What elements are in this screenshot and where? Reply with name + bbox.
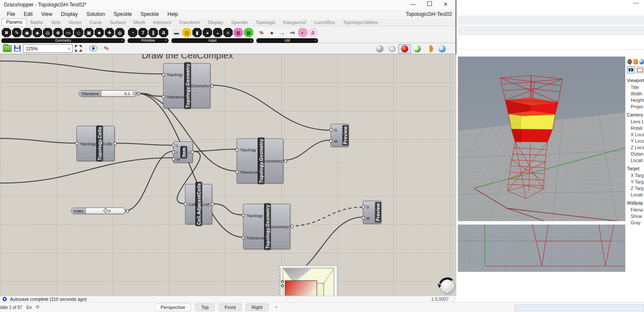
dropdown-dot-icon[interactable]: · — [85, 46, 87, 51]
camera-button[interactable] — [627, 66, 635, 73]
panel-row-rotati[interactable]: Rotati — [626, 125, 644, 131]
param-surface-icon[interactable]: ◍ — [115, 28, 125, 37]
param-boolean-icon[interactable]: ◔ — [128, 28, 137, 37]
input-port-tolerance[interactable]: Tolerance — [246, 236, 264, 240]
group-expand-button[interactable]: + — [165, 38, 167, 43]
tab-topologicutilities[interactable]: TopologicUtilities — [339, 19, 382, 26]
panel-row-y-targ[interactable]: Y Targ — [626, 178, 644, 185]
menu-solution[interactable]: Solution — [82, 11, 109, 17]
tab-surface[interactable]: Surface — [106, 19, 130, 26]
save-file-icon[interactable] — [14, 45, 21, 52]
param-point-icon[interactable]: ◇ — [74, 28, 83, 37]
group-expand-button[interactable]: + — [250, 38, 252, 43]
slider-knob[interactable] — [103, 208, 108, 213]
menu-file[interactable]: File — [3, 11, 19, 17]
boolean-toggle-icon[interactable]: ▮ — [192, 28, 202, 37]
node-topology-geometry[interactable]: TopologyToleranceTopology.GeometryGeomet… — [163, 63, 210, 108]
number-slider-icon[interactable]: ▬ — [172, 28, 181, 37]
panel-row-gray[interactable]: Gray — [626, 219, 644, 226]
galapagos-icon[interactable]: ◐ — [298, 28, 307, 37]
sketch-quill-icon[interactable]: ✎ — [103, 44, 110, 53]
tab-vector[interactable]: Vector — [64, 19, 85, 26]
param-integer-icon[interactable]: 7 — [138, 28, 148, 37]
maximize-button[interactable] — [421, 0, 437, 9]
tab-intersect[interactable]: Intersect — [149, 19, 175, 26]
remote-flask-icon[interactable]: Δ — [308, 28, 318, 37]
knob-icon[interactable]: ◒ — [213, 28, 222, 37]
tab-sets[interactable]: Sets — [47, 19, 64, 26]
color-wheel-icon[interactable] — [627, 59, 632, 64]
menu-speckle[interactable]: Speckle — [109, 11, 137, 17]
viewport-tab-front[interactable]: Front — [219, 303, 242, 311]
tab-kangaroo2[interactable]: Kangaroo2 — [279, 19, 310, 26]
graph-mapper-icon[interactable]: ▨ — [182, 28, 191, 37]
tab-curve[interactable]: Curve — [85, 19, 106, 26]
node-preview[interactable]: GMPreview — [331, 124, 349, 147]
output-port-geometry[interactable]: Geometry — [191, 83, 209, 88]
viewport-tab-perspective[interactable]: Perspective — [155, 303, 191, 311]
group-expand-button[interactable]: + — [121, 38, 123, 43]
front-viewport[interactable] — [458, 224, 626, 272]
tab-params[interactable]: Params — [2, 18, 27, 26]
param-matrix-icon[interactable]: ∥ — [149, 28, 158, 37]
panel-row-width[interactable]: Width — [626, 90, 644, 97]
input-port-topology[interactable]: Topology — [240, 147, 256, 152]
tab-maths[interactable]: Maths — [27, 19, 47, 26]
material-icon[interactable] — [633, 59, 638, 64]
panel-row-locati[interactable]: Locati — [626, 191, 644, 198]
slider-track[interactable]: 0.1 — [101, 91, 136, 96]
panel-row-title[interactable]: Title — [626, 84, 644, 90]
tab-display[interactable]: Display — [204, 19, 227, 26]
menu-speckle[interactable]: Speckle — [136, 11, 163, 17]
gradient-icon[interactable]: ▦ — [234, 28, 243, 37]
output-port-geometry[interactable]: Geometry — [264, 159, 283, 163]
input-port-tolerance[interactable]: Tolerance — [240, 170, 258, 174]
node-preview[interactable]: GMPreview — [363, 201, 381, 224]
panel-row-x-targ[interactable]: X Targ — [626, 172, 644, 178]
minimize-button[interactable]: — — [405, 0, 421, 9]
output-port-geometry[interactable]: Geometry — [271, 224, 289, 229]
gh-canvas[interactable]: Draw the CellComplex — [0, 54, 456, 296]
param-circle-icon[interactable]: ◉ — [22, 28, 32, 37]
dropdown-dot-icon[interactable]: · — [100, 46, 102, 51]
tab-topologic[interactable]: Topologic — [252, 19, 279, 26]
slider-track[interactable]: 3 — [86, 208, 125, 214]
zoom-dropdown[interactable]: 125% ∨ — [23, 44, 73, 53]
panel-row-height[interactable]: Height — [626, 97, 644, 103]
close-button[interactable]: ✕ — [437, 0, 454, 9]
param-field-icon[interactable]: ⊕ — [53, 28, 63, 37]
output-port-i[interactable]: i — [188, 150, 189, 155]
menu-display[interactable]: Display — [57, 11, 82, 17]
preview-eye-icon[interactable] — [89, 46, 97, 51]
menu-help[interactable]: Help — [163, 11, 182, 17]
panel-row-z-loca[interactable]: Z Loca — [626, 144, 644, 150]
wireframe-mode[interactable] — [386, 44, 398, 53]
viewport-tab-top[interactable]: Top — [195, 303, 215, 311]
panel-row-z-targ[interactable]: Z Targ — [626, 185, 644, 191]
open-file-icon[interactable] — [3, 45, 12, 52]
output-port-cell[interactable]: Cell — [202, 202, 209, 207]
node-item[interactable]: LiWItemi — [173, 141, 193, 163]
panel-row-y-loca[interactable]: Y Loca — [626, 138, 644, 144]
data-input-icon[interactable]: → — [277, 28, 287, 37]
panel-icon[interactable]: ≡ — [223, 28, 233, 37]
param-brep-icon[interactable]: ▣ — [84, 28, 94, 37]
menu-edit[interactable]: Edit — [19, 11, 37, 17]
tab-speckle[interactable]: Speckle — [227, 19, 252, 26]
add-viewport-tab[interactable]: + — [273, 303, 280, 311]
node-cell-adjacentcells[interactable]: CellCell.AdjacentCellsCell — [185, 184, 212, 224]
tab-transform[interactable]: Transform — [175, 19, 204, 26]
param-mesh-icon[interactable]: ❖ — [105, 28, 114, 37]
panel-row-x-loca[interactable]: X Loca — [626, 131, 644, 138]
param-pipeline-icon[interactable]: ✎ — [12, 28, 21, 37]
output-port-cells[interactable]: Cells — [103, 141, 112, 146]
panel-row-filena[interactable]: Filena — [626, 206, 644, 213]
slider-output-grip[interactable] — [126, 209, 129, 213]
input-port-cell[interactable]: Cell — [188, 202, 195, 207]
language-indicator[interactable]: En — [27, 305, 32, 310]
colour-swatch-icon[interactable]: ▩ — [244, 28, 253, 37]
node-topology-geometry[interactable]: TopologyToleranceTopology.GeometryGeomet… — [237, 138, 283, 184]
menu-view[interactable]: View — [37, 11, 57, 17]
zoom-extents-icon[interactable] — [75, 45, 82, 52]
input-port-topology[interactable]: Topology — [167, 72, 183, 77]
